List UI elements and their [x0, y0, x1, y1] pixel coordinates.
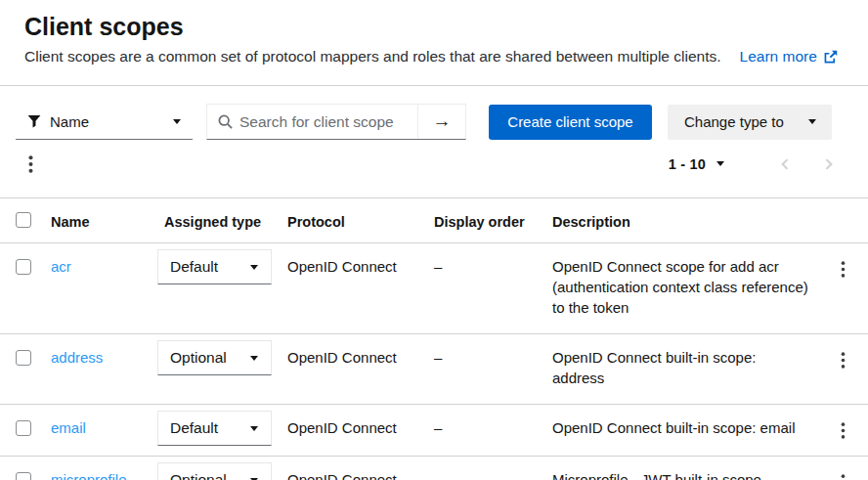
chevron-down-icon — [173, 119, 181, 124]
display-order-cell: – — [426, 243, 544, 334]
display-order-cell: – — [426, 457, 544, 480]
protocol-cell: OpenID Connect — [280, 243, 426, 334]
filter-label: Name — [50, 113, 89, 130]
assigned-type-value: Optional — [170, 471, 227, 480]
row-kebab-menu[interactable] — [826, 342, 861, 377]
client-scope-link[interactable]: email — [51, 419, 86, 436]
column-header-protocol: Protocol — [280, 198, 426, 243]
chevron-down-icon — [250, 265, 258, 270]
row-kebab-menu[interactable] — [826, 464, 861, 480]
table-header-row: Name Assigned type Protocol Display orde… — [0, 198, 868, 243]
search-icon — [207, 105, 233, 139]
next-page-button[interactable] — [806, 147, 849, 182]
assigned-type-value: Default — [170, 258, 218, 276]
pagination-range: 1 - 10 — [669, 156, 706, 172]
arrow-right-icon: → — [433, 110, 452, 132]
column-header-description: Description — [544, 198, 818, 243]
row-checkbox[interactable] — [16, 472, 31, 480]
pagination-menu-toggle[interactable]: 1 - 10 — [661, 149, 732, 180]
row-checkbox[interactable] — [16, 259, 31, 275]
select-all-checkbox[interactable] — [16, 212, 31, 228]
row-kebab-menu[interactable] — [826, 413, 861, 448]
kebab-icon — [841, 422, 846, 439]
protocol-cell: OpenID Connect — [280, 334, 426, 405]
table-row: acr Default OpenID Connect – OpenID Conn… — [0, 243, 868, 334]
pagination: 1 - 10 — [661, 147, 849, 182]
row-checkbox[interactable] — [16, 350, 31, 366]
learn-more-label: Learn more — [740, 48, 817, 65]
assigned-type-dropdown[interactable]: Optional — [157, 462, 272, 480]
change-type-dropdown[interactable]: Change type to — [668, 105, 832, 140]
previous-page-button[interactable] — [763, 147, 806, 182]
external-link-icon — [823, 50, 838, 65]
page-header: Client scopes Client scopes are a common… — [0, 0, 868, 86]
column-header-assigned-type: Assigned type — [156, 198, 280, 243]
client-scope-link[interactable]: acr — [51, 258, 71, 275]
column-header-name: Name — [43, 198, 156, 243]
chevron-down-icon — [250, 356, 258, 361]
table-row: email Default OpenID Connect – OpenID Co… — [0, 405, 868, 457]
chevron-down-icon — [250, 426, 258, 431]
display-order-cell: – — [426, 334, 544, 405]
row-kebab-menu[interactable] — [826, 251, 861, 286]
table-row: address Optional OpenID Connect – OpenID… — [0, 334, 868, 405]
learn-more-link[interactable]: Learn more — [740, 48, 838, 65]
page-title: Client scopes — [24, 13, 845, 41]
client-scope-link[interactable]: microprofile-jwt — [51, 471, 132, 480]
page-description-row: Client scopes are a common set of protoc… — [24, 48, 845, 65]
assigned-type-dropdown[interactable]: Optional — [157, 340, 272, 375]
funnel-icon — [27, 114, 41, 128]
filter-type-dropdown[interactable]: Name — [16, 104, 193, 140]
table-toolbar: Name → Create client scope Change type t… — [0, 86, 868, 140]
kebab-icon — [841, 474, 846, 480]
search-submit-button[interactable]: → — [417, 105, 465, 139]
protocol-cell: OpenID Connect — [280, 405, 426, 457]
chevron-down-icon — [808, 119, 816, 124]
assigned-type-dropdown[interactable]: Default — [157, 249, 272, 284]
secondary-toolbar: 1 - 10 — [0, 140, 868, 183]
table-actions-kebab-menu[interactable] — [13, 147, 48, 182]
search-input[interactable] — [233, 105, 417, 139]
kebab-icon — [28, 155, 33, 173]
change-type-label: Change type to — [684, 113, 784, 130]
client-scope-link[interactable]: address — [51, 349, 103, 366]
table-row: microprofile-jwt Optional OpenID Connect… — [0, 457, 868, 480]
page-description: Client scopes are a common set of protoc… — [24, 48, 721, 65]
column-header-display-order: Display order — [426, 198, 544, 243]
kebab-icon — [841, 352, 846, 369]
create-client-scope-button[interactable]: Create client scope — [489, 105, 652, 140]
assigned-type-value: Default — [170, 419, 218, 437]
assigned-type-dropdown[interactable]: Default — [157, 411, 272, 446]
angle-left-icon — [779, 157, 792, 171]
client-scopes-table: Name Assigned type Protocol Display orde… — [0, 197, 868, 480]
protocol-cell: OpenID Connect — [280, 457, 426, 480]
description-cell: OpenID Connect scope for add acr (authen… — [544, 243, 818, 334]
row-checkbox[interactable] — [16, 420, 31, 436]
description-cell: OpenID Connect built-in scope: email — [544, 405, 818, 457]
description-cell: OpenID Connect built-in scope: address — [544, 334, 818, 405]
chevron-down-icon — [716, 161, 724, 166]
client-scopes-page: Client scopes Client scopes are a common… — [0, 0, 868, 480]
assigned-type-value: Optional — [170, 349, 227, 367]
display-order-cell: – — [426, 405, 544, 457]
kebab-icon — [841, 261, 846, 278]
angle-right-icon — [822, 157, 835, 171]
description-cell: Microprofile - JWT built-in scope — [544, 457, 818, 480]
search-group: → — [206, 104, 466, 140]
